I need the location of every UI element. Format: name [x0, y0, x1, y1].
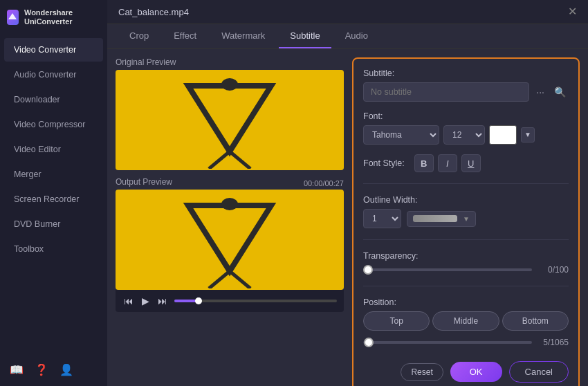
outline-color-select[interactable]: ▼	[407, 211, 476, 227]
subtitle-input-row: ··· 🔍	[363, 82, 569, 102]
sidebar-bottom: 📖 ❓ 👤	[0, 353, 107, 386]
position-slider-row: 5/1065	[363, 338, 569, 347]
subtitle-input[interactable]	[363, 82, 529, 102]
play-button[interactable]: ▶	[140, 294, 151, 308]
subtitle-label: Subtitle:	[363, 68, 569, 78]
video-graphic	[174, 72, 285, 169]
tab-audio[interactable]: Audio	[334, 24, 379, 48]
sidebar-item-video-converter[interactable]: Video Converter	[4, 38, 103, 62]
position-top-button[interactable]: Top	[363, 311, 430, 331]
rewind-button[interactable]: ⏮	[122, 294, 135, 308]
tab-subtitle[interactable]: Subtitle	[279, 24, 331, 48]
forward-button[interactable]: ⏭	[156, 294, 169, 308]
tab-crop[interactable]: Crop	[118, 24, 160, 48]
sidebar-item-audio-converter[interactable]: Audio Converter	[4, 63, 103, 86]
position-value: 5/1065	[538, 338, 569, 347]
gray-bar	[413, 215, 457, 222]
color-swatch[interactable]	[489, 125, 517, 145]
position-middle-button[interactable]: Middle	[432, 311, 499, 331]
dialog-header: Cat_balance.mp4 ✕	[107, 0, 588, 24]
user-icon[interactable]: 👤	[59, 363, 73, 376]
sidebar-item-dvd-burner[interactable]: DVD Burner	[4, 212, 103, 236]
outline-select[interactable]: 1	[363, 209, 401, 228]
position-buttons: Top Middle Bottom	[363, 311, 569, 331]
font-section: Font: Tahoma 12 ▼	[363, 111, 569, 145]
output-preview-section: Output Preview 00:00/00:27	[116, 177, 344, 312]
outline-width-label: Outline Width:	[363, 195, 569, 205]
font-row: Tahoma 12 ▼	[363, 125, 569, 145]
transparency-value: 0/100	[538, 265, 569, 275]
output-video-graphic	[174, 192, 285, 288]
progress-bar[interactable]	[174, 300, 337, 302]
svg-marker-0	[8, 13, 17, 19]
ok-button[interactable]: OK	[450, 362, 502, 382]
subtitle-panel: Subtitle: ··· 🔍 Font: Tahoma	[352, 57, 580, 386]
transparency-section: Transparency: 0/100	[363, 251, 569, 275]
output-preview-header: Output Preview 00:00/00:27	[116, 177, 344, 190]
original-preview-box	[116, 70, 344, 170]
size-select[interactable]: 12	[443, 125, 485, 145]
sidebar-nav: Video Converter Audio Converter Download…	[0, 35, 107, 353]
book-icon[interactable]: 📖	[10, 363, 24, 376]
position-bottom-button[interactable]: Bottom	[502, 311, 569, 331]
tab-watermark[interactable]: Watermark	[210, 24, 276, 48]
progress-dot	[195, 297, 202, 304]
sidebar-item-screen-recorder[interactable]: Screen Recorder	[4, 187, 103, 211]
playback-controls: ⏮ ▶ ⏭	[116, 290, 344, 312]
close-button[interactable]: ✕	[568, 6, 577, 17]
help-icon[interactable]: ❓	[35, 363, 48, 376]
font-select[interactable]: Tahoma	[363, 125, 439, 145]
dialog-body: Original Preview	[107, 49, 588, 386]
output-video-content	[116, 190, 344, 290]
logo-icon	[7, 10, 19, 25]
app-logo: Wondershare UniConverter	[0, 0, 107, 35]
transparency-label: Transparency:	[363, 251, 569, 261]
original-preview-label: Original Preview	[116, 57, 344, 67]
sidebar-item-video-editor[interactable]: Video Editor	[4, 138, 103, 161]
time-display: 00:00/00:27	[304, 179, 344, 187]
preview-area: Original Preview	[116, 57, 344, 386]
position-section: Position: Top Middle Bottom 5/1065	[363, 297, 569, 347]
sidebar-item-video-compressor[interactable]: Video Compressor	[4, 113, 103, 136]
divider-1	[363, 183, 569, 184]
cancel-button[interactable]: Cancel	[509, 361, 569, 383]
dialog: Cat_balance.mp4 ✕ Crop Effect Watermark …	[107, 0, 588, 386]
logo-text: Wondershare UniConverter	[24, 8, 100, 26]
italic-button[interactable]: I	[438, 154, 457, 172]
original-video-content	[116, 70, 344, 170]
output-preview-label: Output Preview	[116, 177, 172, 187]
dialog-title: Cat_balance.mp4	[118, 7, 189, 17]
font-style-section: Font Style: B I U	[363, 154, 569, 172]
reset-button[interactable]: Reset	[401, 363, 443, 381]
svg-point-8	[221, 198, 238, 210]
dialog-tabs: Crop Effect Watermark Subtitle Audio	[107, 24, 588, 49]
outline-section: Outline Width: 1 ▼	[363, 195, 569, 228]
color-dropdown-button[interactable]: ▼	[521, 127, 535, 143]
tab-effect[interactable]: Effect	[163, 24, 208, 48]
bold-button[interactable]: B	[414, 154, 434, 172]
transparency-slider[interactable]	[363, 268, 532, 271]
output-preview-box	[116, 190, 344, 290]
underline-button[interactable]: U	[461, 154, 481, 172]
divider-3	[363, 286, 569, 286]
sidebar: Wondershare UniConverter Video Converter…	[0, 0, 107, 386]
search-button[interactable]: 🔍	[551, 84, 569, 100]
divider-2	[363, 239, 569, 240]
position-slider[interactable]	[363, 341, 532, 344]
sidebar-item-toolbox[interactable]: Toolbox	[4, 237, 103, 261]
main-content: Cat_balance.mp4 ✕ Crop Effect Watermark …	[107, 0, 588, 386]
font-style-label: Font Style:	[363, 158, 405, 168]
svg-point-3	[221, 78, 238, 91]
more-options-button[interactable]: ···	[533, 84, 547, 100]
action-row: Reset OK Cancel	[363, 361, 569, 383]
sidebar-item-downloader[interactable]: Downloader	[4, 88, 103, 111]
outline-row: 1 ▼	[363, 209, 569, 228]
position-label: Position:	[363, 297, 569, 307]
font-label: Font:	[363, 111, 569, 121]
font-style-row: Font Style: B I U	[363, 154, 569, 172]
original-preview-section: Original Preview	[116, 57, 344, 170]
subtitle-section: Subtitle: ··· 🔍	[363, 68, 569, 102]
transparency-slider-row: 0/100	[363, 265, 569, 275]
sidebar-item-merger[interactable]: Merger	[4, 163, 103, 186]
